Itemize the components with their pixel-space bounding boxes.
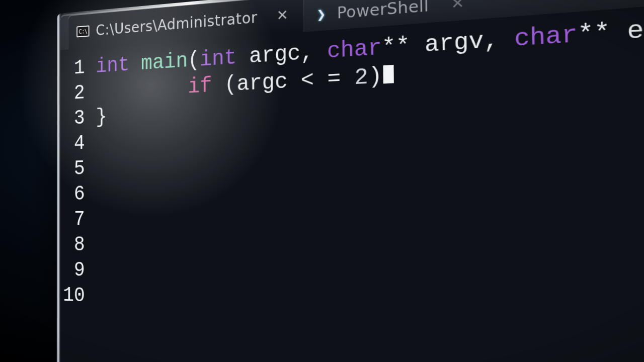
line-number: 5 <box>60 156 96 182</box>
powershell-icon: ❯ <box>313 8 329 21</box>
tab-cmd-close-icon[interactable]: ✕ <box>276 7 288 24</box>
line-number: 9 <box>60 257 96 284</box>
terminal-window: C:\ C:\Users\Administrator ✕ ❯ PowerShel… <box>60 0 644 362</box>
tab-powershell-label: PowerShell <box>337 0 429 22</box>
text-cursor <box>383 65 394 83</box>
line-number: 8 <box>60 232 96 258</box>
line-number: 6 <box>60 182 96 207</box>
line-number: 2 <box>60 80 96 107</box>
line-number: 4 <box>60 131 96 157</box>
line-number: 1 <box>60 55 96 82</box>
tab-powershell-close-icon[interactable]: ✕ <box>451 0 465 13</box>
tab-cmd-label: C:\Users\Administrator <box>96 8 257 39</box>
cmd-icon: C:\ <box>76 25 89 37</box>
code-content: } <box>96 105 107 131</box>
line-number: 7 <box>60 207 96 233</box>
line-number: 3 <box>60 105 96 132</box>
code-editor[interactable]: 1int main(int argc, char** argv, char** … <box>60 0 644 362</box>
line-number: 10 <box>60 283 96 309</box>
